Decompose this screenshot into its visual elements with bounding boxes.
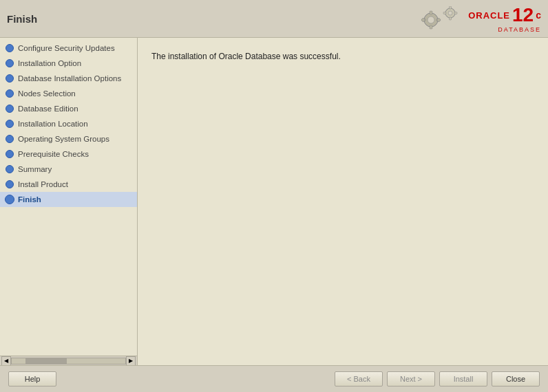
svg-rect-13 bbox=[450, 17, 452, 20]
svg-point-11 bbox=[448, 11, 452, 15]
database-label: DATABASE bbox=[498, 26, 541, 33]
sidebar-label-install-product: Install Product bbox=[18, 180, 68, 188]
gears-icon bbox=[417, 6, 465, 31]
sidebar-label-database-installation-options: Database Installation Options bbox=[18, 74, 121, 83]
title-bar-left: Finish bbox=[7, 13, 37, 25]
step-icon-installation-location bbox=[4, 118, 15, 129]
sidebar-label-operating-system-groups: Operating System Groups bbox=[18, 135, 109, 143]
svg-rect-12 bbox=[450, 6, 452, 9]
sidebar-item-install-product[interactable]: Install Product bbox=[0, 177, 137, 192]
sidebar-item-finish[interactable]: Finish bbox=[0, 192, 137, 207]
sidebar: Configure Security Updates Installation … bbox=[0, 38, 138, 365]
main-content-area: The installation of Oracle Database was … bbox=[138, 38, 548, 365]
sidebar-label-database-edition: Database Edition bbox=[18, 105, 78, 113]
sidebar-item-summary[interactable]: Summary bbox=[0, 162, 137, 177]
sidebar-item-installation-location[interactable]: Installation Location bbox=[0, 116, 137, 131]
scrollbar-thumb[interactable] bbox=[25, 358, 67, 364]
sidebar-label-summary: Summary bbox=[18, 165, 52, 173]
logo-area: ORACLE 12c DATABASE bbox=[417, 4, 541, 33]
step-icon-configure bbox=[4, 43, 15, 54]
step-icon-nodes-selection bbox=[4, 88, 15, 99]
sidebar-label-installation-option: Installation Option bbox=[18, 59, 81, 67]
window-title: Finish bbox=[7, 13, 37, 25]
version-number: 12 bbox=[512, 4, 534, 26]
sidebar-label-nodes-selection: Nodes Selection bbox=[18, 89, 76, 98]
sidebar-label-configure-security-updates: Configure Security Updates bbox=[18, 44, 115, 52]
footer-left: Help bbox=[8, 371, 56, 386]
oracle-brand-text: ORACLE bbox=[468, 10, 510, 21]
close-button[interactable]: Close bbox=[492, 371, 540, 386]
step-icon-install-product bbox=[4, 179, 15, 190]
svg-point-1 bbox=[428, 17, 434, 23]
install-button[interactable]: Install bbox=[439, 371, 487, 386]
scroll-right-arrow[interactable]: ▶ bbox=[126, 356, 136, 366]
step-icon-installation-option bbox=[4, 58, 15, 69]
svg-rect-14 bbox=[443, 12, 446, 14]
sidebar-item-operating-system-groups[interactable]: Operating System Groups bbox=[0, 131, 137, 146]
scrollbar-track[interactable] bbox=[11, 358, 126, 364]
success-message: The installation of Oracle Database was … bbox=[151, 52, 534, 61]
oracle-logo: ORACLE 12c DATABASE bbox=[468, 4, 541, 33]
sidebar-list: Configure Security Updates Installation … bbox=[0, 38, 137, 356]
version-suffix: c bbox=[536, 10, 541, 21]
title-bar: Finish bbox=[0, 0, 548, 38]
step-icon-prerequisite-checks bbox=[4, 149, 15, 160]
svg-rect-3 bbox=[430, 25, 432, 29]
sidebar-item-prerequisite-checks[interactable]: Prerequisite Checks bbox=[0, 146, 137, 162]
sidebar-scrollbar[interactable]: ◀ ▶ bbox=[0, 356, 137, 365]
footer-right: < Back Next > Install Close bbox=[335, 371, 540, 386]
sidebar-label-installation-location: Installation Location bbox=[18, 120, 88, 128]
sidebar-item-nodes-selection[interactable]: Nodes Selection bbox=[0, 86, 137, 101]
back-button[interactable]: < Back bbox=[335, 371, 383, 386]
content-area: Configure Security Updates Installation … bbox=[0, 38, 548, 365]
step-icon-summary bbox=[4, 164, 15, 175]
step-icon-operating-system-groups bbox=[4, 133, 15, 144]
svg-rect-15 bbox=[454, 12, 457, 14]
svg-rect-2 bbox=[430, 11, 432, 14]
main-window: Finish bbox=[0, 0, 548, 392]
sidebar-label-finish: Finish bbox=[18, 195, 41, 204]
next-button[interactable]: Next > bbox=[387, 371, 435, 386]
sidebar-item-database-installation-options[interactable]: Database Installation Options bbox=[0, 71, 137, 86]
step-icon-finish bbox=[4, 194, 15, 205]
step-icon-db-install-options bbox=[4, 73, 15, 84]
footer: Help < Back Next > Install Close bbox=[0, 365, 548, 392]
sidebar-label-prerequisite-checks: Prerequisite Checks bbox=[18, 150, 89, 158]
sidebar-item-database-edition[interactable]: Database Edition bbox=[0, 101, 137, 116]
sidebar-item-configure-security-updates[interactable]: Configure Security Updates bbox=[0, 41, 137, 56]
scroll-left-arrow[interactable]: ◀ bbox=[1, 356, 11, 366]
help-button[interactable]: Help bbox=[8, 371, 56, 386]
step-icon-database-edition bbox=[4, 103, 15, 114]
sidebar-item-installation-option[interactable]: Installation Option bbox=[0, 56, 137, 71]
